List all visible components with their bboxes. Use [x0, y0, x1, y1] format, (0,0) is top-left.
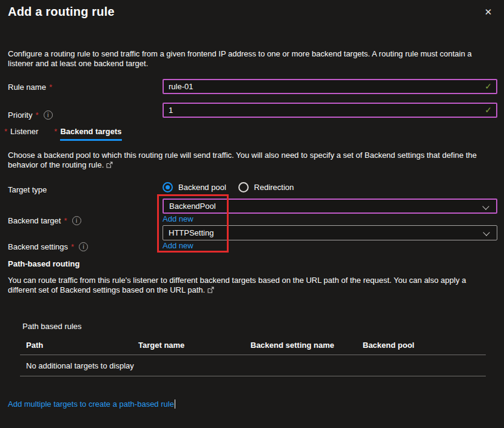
page-title: Add a routing rule: [8, 5, 115, 19]
required-asterisk: *: [71, 242, 74, 251]
rule-name-label: Rule name *: [8, 83, 52, 92]
required-asterisk: *: [35, 110, 38, 120]
column-header-backend-setting-name: Backend setting name: [250, 341, 334, 350]
priority-field-wrap: ✓: [163, 103, 497, 118]
radio-redirection[interactable]: Redirection: [238, 182, 294, 192]
path-based-routing-heading: Path-based routing: [8, 259, 79, 268]
path-based-routing-description: You can route traffic from this rule's l…: [8, 276, 493, 295]
required-asterisk: *: [49, 83, 52, 92]
rule-name-input[interactable]: [163, 79, 497, 94]
backend-targets-description: Choose a backend pool to which this rout…: [8, 151, 494, 170]
valid-check-icon: ✓: [485, 81, 492, 91]
info-icon[interactable]: i: [44, 110, 53, 120]
table-divider: [20, 355, 486, 355]
chevron-down-icon: [483, 229, 489, 236]
radio-unselected-icon: [238, 182, 249, 192]
column-header-target-name: Target name: [138, 341, 184, 350]
target-type-label: Target type: [8, 185, 47, 194]
path-based-rules-label: Path based rules: [22, 322, 82, 331]
external-link-icon: [106, 161, 113, 168]
table-divider: [20, 376, 486, 376]
add-multiple-targets-row: Add multiple targets to create a path-ba…: [8, 399, 175, 409]
column-header-path: Path: [26, 341, 43, 350]
add-multiple-targets-link[interactable]: Add multiple targets to create a path-ba…: [8, 399, 174, 409]
priority-label: Priority * i: [8, 110, 53, 120]
backend-settings-label: Backend settings * i: [8, 242, 88, 251]
add-new-backend-target-link[interactable]: Add new: [163, 214, 193, 223]
valid-check-icon: ✓: [485, 105, 492, 115]
text-cursor: [175, 399, 176, 409]
chevron-down-icon: [482, 203, 489, 209]
radio-selected-icon: [163, 182, 173, 192]
tab-backend-targets[interactable]: * Backend targets: [54, 127, 121, 141]
rule-name-field-wrap: ✓: [163, 79, 497, 94]
tab-listener[interactable]: * Listener: [4, 127, 38, 141]
info-icon[interactable]: i: [72, 216, 81, 225]
close-icon[interactable]: ✕: [481, 5, 496, 19]
target-type-radio-group: Backend pool Redirection: [163, 182, 294, 192]
radio-backend-pool[interactable]: Backend pool: [163, 182, 226, 192]
info-icon[interactable]: i: [79, 242, 88, 251]
add-new-backend-setting-link[interactable]: Add new: [163, 241, 193, 250]
backend-target-label: Backend target * i: [8, 216, 81, 225]
required-asterisk: *: [4, 127, 7, 141]
backend-target-dropdown[interactable]: BackendPool: [163, 199, 497, 214]
required-asterisk: *: [54, 127, 57, 141]
required-asterisk: *: [64, 216, 67, 225]
column-header-backend-pool: Backend pool: [363, 341, 414, 350]
tab-bar: * Listener * Backend targets: [4, 127, 122, 141]
external-link-icon: [207, 287, 214, 293]
empty-table-message: No additional targets to display: [26, 361, 134, 370]
backend-settings-dropdown[interactable]: HTTPSetting: [163, 225, 497, 240]
priority-input[interactable]: [163, 103, 497, 118]
dialog-description: Configure a routing rule to send traffic…: [8, 49, 489, 69]
